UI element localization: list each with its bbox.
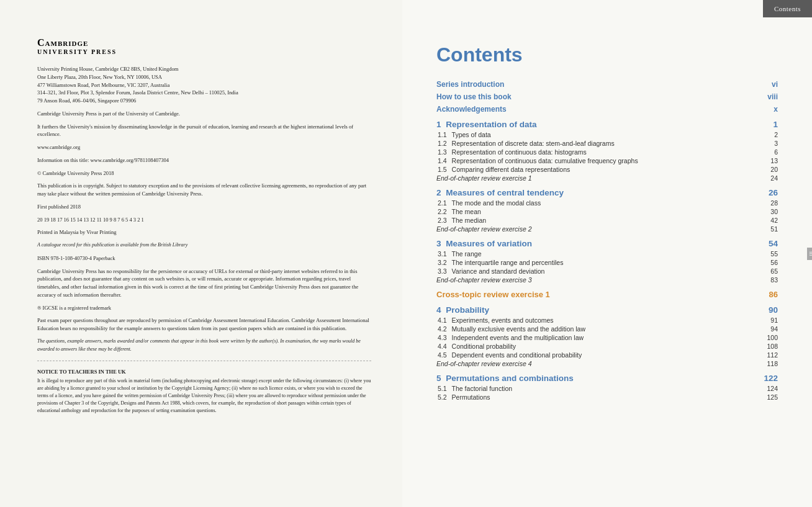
- info-url: Information on this title: www.cambridge…: [37, 156, 371, 164]
- toc-item-row: 2.2The mean30: [436, 208, 778, 215]
- toc-item-label: 3.2The interquartile range and percentil…: [438, 259, 563, 266]
- toc-item-row: 4.1Experiments, events and outcomes91: [436, 316, 778, 324]
- catalogue: A catalogue record for this publication …: [37, 241, 371, 249]
- toc-intro-label: How to use this book: [436, 92, 512, 101]
- divider: [37, 361, 371, 361]
- toc-item-row: 4.4Conditional probability108: [436, 343, 778, 350]
- toc-item-label: 1.1Types of data: [438, 131, 491, 138]
- contents-title: Contents: [436, 43, 778, 66]
- toc-intro-row: Acknowledgementsx: [436, 105, 778, 114]
- toc-chapter-page: 1: [773, 120, 778, 129]
- isbn: ISBN 978-1-108-40730-4 Paperback: [37, 254, 371, 262]
- toc-item-page: 91: [770, 316, 778, 324]
- toc-item-row: 4.5Dependent events and conditional prob…: [436, 351, 778, 359]
- cambridge-logo: Cambridge University Press: [37, 37, 371, 55]
- toc-end-label: End-of-chapter review exercise 4: [436, 360, 532, 367]
- past-exam: Past exam paper questions throughout are…: [37, 316, 371, 333]
- copyright-text: This publication is in copyright. Subjec…: [37, 182, 371, 198]
- toc-item-row: 2.1The mode and the modal class28: [436, 199, 778, 207]
- toc-item-row: 5.2Permutations125: [436, 393, 778, 401]
- toc-item-page: 112: [767, 351, 778, 359]
- toc-item-label: 1.4Representation of continuous data: cu…: [438, 157, 638, 164]
- toc-item-page: 94: [770, 325, 778, 333]
- toc-item-page: 30: [770, 208, 778, 215]
- notice-body: It is illegal to reproduce any part of t…: [37, 377, 371, 415]
- toc-end-page: 83: [770, 276, 778, 284]
- toc-item-label: 1.2Representation of discrete data: stem…: [438, 140, 615, 147]
- toc-intro-page: x: [774, 105, 778, 114]
- toc-end-page: 24: [770, 174, 778, 182]
- chapters-block: 1 Representation of data11.1Types of dat…: [436, 120, 778, 284]
- right-page: Contents Contents Series introductionviH…: [402, 0, 812, 507]
- toc-end-chapter: End-of-chapter review exercise 383: [436, 276, 778, 284]
- toc-item-row: 1.4Representation of continuous data: cu…: [436, 157, 778, 164]
- notice-title: NOTICE TO TEACHERS IN THE UK: [37, 369, 371, 375]
- intro-items: Series introductionviHow to use this boo…: [436, 80, 778, 114]
- toc-chapter-page: 122: [764, 374, 778, 383]
- toc-item-page: 124: [767, 385, 778, 392]
- toc-end-page: 118: [767, 360, 778, 367]
- toc-intro-label: Series introduction: [436, 80, 504, 89]
- toc-item-label: 4.3Independent events and the multiplica…: [438, 334, 584, 341]
- toc-intro-row: How to use this bookviii: [436, 92, 778, 101]
- page-header: Contents: [763, 0, 812, 17]
- toc-intro-page: viii: [767, 92, 778, 101]
- toc-item-label: 3.3Variance and standard deviation: [438, 267, 544, 275]
- toc-item-label: 3.1The range: [438, 250, 481, 258]
- toc-chapter-title: 2 Measures of central tendency: [436, 188, 564, 197]
- toc-item-page: 6: [774, 148, 778, 156]
- toc-item-page: 65: [770, 267, 778, 275]
- toc-end-label: End-of-chapter review exercise 2: [436, 225, 532, 233]
- toc-item-label: 1.3Representation of continuous data: hi…: [438, 148, 587, 156]
- toc-item-row: 1.2Representation of discrete data: stem…: [436, 140, 778, 147]
- toc-item-page: 108: [767, 343, 778, 350]
- toc-chapter-page: 54: [769, 239, 778, 248]
- toc-item-label: 5.2Permutations: [438, 393, 490, 401]
- toc-item-label: 2.2The mean: [438, 208, 481, 215]
- address-block: University Printing House, Cambridge CB2…: [37, 65, 371, 105]
- toc-end-label: End-of-chapter review exercise 1: [436, 174, 532, 182]
- toc-chapter-header: 5 Permutations and combinations122: [436, 374, 778, 383]
- copyright: © Cambridge University Press 2018: [37, 169, 371, 177]
- toc-end-page: 51: [770, 225, 778, 233]
- left-page: Cambridge University Press University Pr…: [0, 0, 402, 507]
- toc-end-chapter: End-of-chapter review exercise 251: [436, 225, 778, 233]
- toc-chapter-header: 1 Representation of data1: [436, 120, 778, 129]
- toc-chapter-title: 4 Probability: [436, 305, 489, 315]
- toc-end-chapter: End-of-chapter review exercise 124: [436, 174, 778, 182]
- chapters2-block: 4 Probability904.1Experiments, events an…: [436, 305, 778, 401]
- cross-topic-page: 86: [769, 290, 778, 299]
- toc-item-label: 1.5Comparing different data representati…: [438, 166, 570, 173]
- toc-chapter-page: 90: [769, 305, 778, 315]
- first-published: First published 2018: [37, 203, 371, 211]
- toc-chapter-page: 26: [769, 188, 778, 197]
- cross-topic-label: Cross-topic review exercise 1: [436, 290, 550, 299]
- toc-item-label: 2.1The mode and the modal class: [438, 199, 541, 207]
- toc-item-label: 5.1The factorial function: [438, 385, 512, 392]
- toc-item-row: 5.1The factorial function124: [436, 385, 778, 392]
- logo-subtitle: University Press: [37, 48, 371, 55]
- toc-item-row: 4.2Mutually exclusive events and the add…: [436, 325, 778, 333]
- toc-intro-row: Series introductionvi: [436, 80, 778, 89]
- trademark: ® IGCSE is a registered trademark: [37, 304, 371, 312]
- logo-title: Cambridge: [37, 37, 371, 48]
- body2: It furthers the University's mission by …: [37, 123, 371, 139]
- toc-item-row: 2.3The median42: [436, 217, 778, 224]
- toc-item-label: 4.1Experiments, events and outcomes: [438, 316, 554, 324]
- toc-item-row: 1.5Comparing different data representati…: [436, 166, 778, 173]
- toc-item-row: 3.2The interquartile range and percentil…: [436, 259, 778, 266]
- toc-item-row: 1.1Types of data2: [436, 131, 778, 138]
- italic-note: The questions, example answers, marks aw…: [37, 338, 371, 354]
- toc-item-page: 13: [770, 157, 778, 164]
- toc-item-page: 100: [767, 334, 778, 341]
- website: www.cambridge.org: [37, 143, 371, 151]
- body1: Cambridge University Press is part of th…: [37, 110, 371, 118]
- toc-item-page: 2: [774, 131, 778, 138]
- toc-item-page: 3: [774, 140, 778, 147]
- printing-numbers: 20 19 18 17 16 15 14 13 12 11 10 9 8 7 6…: [37, 216, 371, 224]
- printed: Printed in Malaysia by Vivar Printing: [37, 228, 371, 236]
- cross-topic-row: Cross-topic review exercise 1 86: [436, 290, 778, 299]
- toc-end-label: End-of-chapter review exercise 3: [436, 276, 532, 284]
- disclaimer: Cambridge University Press has no respon…: [37, 267, 371, 299]
- toc-item-row: 3.3Variance and standard deviation65: [436, 267, 778, 275]
